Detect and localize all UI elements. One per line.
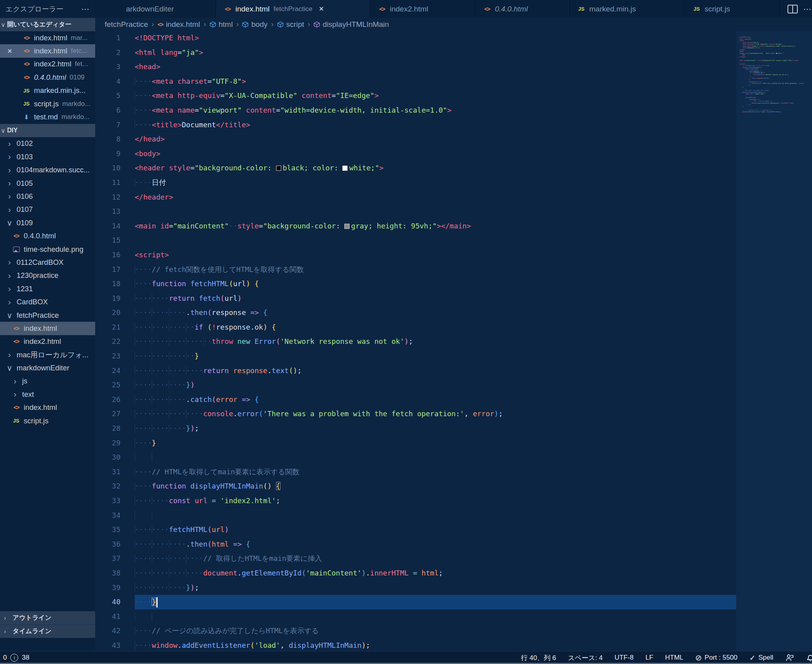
breadcrumb-item-fetchPractice[interactable]: fetchPractice <box>105 20 148 29</box>
code-line-text[interactable]: </header> <box>135 190 812 205</box>
code-line-text[interactable] <box>135 508 812 523</box>
tree-folder-0103[interactable]: ›0103 <box>0 150 95 163</box>
code-row[interactable]: 31····// HTMLを取得してmain要素に表示する関数 <box>95 465 812 479</box>
tree-file-script.js[interactable]: JSscript.js <box>0 414 95 427</box>
line-number[interactable]: 28 <box>95 421 135 436</box>
code-line-text[interactable]: ····} <box>135 436 812 451</box>
code-line-text[interactable]: ····// fetch関数を使用してHTMLを取得する関数 <box>135 262 812 277</box>
code-line-text[interactable]: ················return response.text(); <box>135 364 812 378</box>
line-number[interactable]: 10 <box>95 161 135 175</box>
code-row[interactable]: 29····} <box>95 436 812 451</box>
breadcrumb-item-body[interactable]: body <box>242 20 267 29</box>
line-number[interactable]: 24 <box>95 364 135 378</box>
tree-folder-1230practice[interactable]: ›1230practice <box>0 269 95 282</box>
line-number[interactable]: 19 <box>95 291 135 306</box>
cursor-position[interactable]: 行 40、列 6 <box>521 653 556 662</box>
code-line-text[interactable]: ····日付 <box>135 175 812 190</box>
breadcrumb-item-script[interactable]: script <box>277 20 304 29</box>
code-row[interactable]: 18····function fetchHTML(url) { <box>95 277 812 291</box>
tree-folder-0102[interactable]: ›0102 <box>0 137 95 150</box>
explorer-more-actions-icon[interactable]: ⋯ <box>81 4 90 14</box>
code-line-text[interactable] <box>135 204 812 219</box>
breadcrumb-item-index.html[interactable]: <>index.html <box>158 20 200 29</box>
code-line-text[interactable]: ········fetchHTML(url) <box>135 523 812 537</box>
line-number[interactable]: 5 <box>95 89 135 103</box>
close-icon[interactable]: ✕ <box>7 47 12 55</box>
code-line-text[interactable]: ····function displayHTMLInMain() { <box>135 479 812 494</box>
language-mode[interactable]: HTML <box>665 654 683 662</box>
line-number[interactable]: 6 <box>95 103 135 118</box>
line-number[interactable]: 1 <box>95 31 135 45</box>
open-editor-item[interactable]: ⬇test.mdmarkdo... <box>0 110 95 123</box>
code-line-text[interactable]: ····// HTMLを取得してmain要素に表示する関数 <box>135 465 812 479</box>
code-row[interactable]: 14<main id="mainContent"··style="backgro… <box>95 219 812 234</box>
code-row[interactable]: 30 <box>95 450 812 465</box>
spell-checker[interactable]: ✓ Spell <box>749 653 773 662</box>
line-number[interactable]: 37 <box>95 551 135 566</box>
code-row[interactable]: 42····// ページの読み込みが完了したらHTMLを表示する <box>95 624 812 638</box>
breadcrumb-item-html[interactable]: html <box>210 20 233 29</box>
line-number[interactable]: 38 <box>95 566 135 581</box>
outline-section-header[interactable]: › アウトライン <box>0 611 95 624</box>
code-line-text[interactable]: ············}); <box>135 581 812 595</box>
code-row[interactable]: 34 <box>95 508 812 523</box>
code-row[interactable]: 28············}); <box>95 421 812 436</box>
code-row[interactable]: 10<header style="background-color: black… <box>95 161 812 175</box>
line-number[interactable]: 42 <box>95 624 135 638</box>
line-number[interactable]: 15 <box>95 233 135 248</box>
line-number[interactable]: 18 <box>95 277 135 291</box>
line-number[interactable]: 43 <box>95 638 135 651</box>
tab-marked.min.js[interactable]: JSmarked.min.js <box>570 0 685 18</box>
code-row[interactable]: 16<script> <box>95 248 812 262</box>
code-row[interactable]: 23··············} <box>95 349 812 364</box>
code-line-text[interactable]: ····<meta name="viewport" content="width… <box>135 103 812 118</box>
tree-folder-text[interactable]: ›text <box>0 388 95 401</box>
eol-sequence[interactable]: LF <box>645 654 653 662</box>
line-number[interactable]: 12 <box>95 190 135 205</box>
line-number[interactable]: 41 <box>95 609 135 624</box>
code-row[interactable]: 32····function displayHTMLInMain() { <box>95 479 812 494</box>
tree-folder-0106[interactable]: ›0106 <box>0 190 95 203</box>
code-row[interactable]: 5····<meta http-equiv="X-UA-Compatible" … <box>95 89 812 103</box>
tree-folder-0109[interactable]: ∨0109 <box>0 216 95 229</box>
indentation[interactable]: スペース: 4 <box>568 653 603 662</box>
code-row[interactable]: 17····// fetch関数を使用してHTMLを取得する関数 <box>95 262 812 277</box>
line-number[interactable]: 32 <box>95 479 135 494</box>
tree-folder-0107[interactable]: ›0107 <box>0 203 95 216</box>
tree-folder-mac用ローカルフォ...[interactable]: ›mac用ローカルフォ... <box>0 348 95 361</box>
tree-file-time-schedule.png[interactable]: time-schedule.png <box>0 243 95 256</box>
code-line-text[interactable]: ············}); <box>135 421 812 436</box>
code-line-text[interactable]: ····<title>Document</title> <box>135 118 812 132</box>
code-line-text[interactable]: ············.then(response => { <box>135 306 812 320</box>
code-row[interactable]: 41 <box>95 609 812 624</box>
code-row[interactable]: 6····<meta name="viewport" content="widt… <box>95 103 812 118</box>
code-line-text[interactable]: ····window.addEventListener('load', disp… <box>135 638 812 651</box>
code-line-text[interactable] <box>135 450 812 465</box>
open-editors-section-header[interactable]: ∨ 開いているエディター <box>0 18 95 31</box>
open-editor-item[interactable]: <>index.htmlmar... <box>0 31 95 44</box>
code-row[interactable]: 12</header> <box>95 190 812 205</box>
code-row[interactable]: 7····<title>Document</title> <box>95 118 812 132</box>
code-line-text[interactable]: ········const url = 'index2.html'; <box>135 494 812 508</box>
line-number[interactable]: 20 <box>95 306 135 320</box>
tree-folder-CardBOX[interactable]: ›CardBOX <box>0 295 95 308</box>
code-row[interactable]: 27················console.error('There w… <box>95 407 812 421</box>
code-row[interactable]: 3<head> <box>95 60 812 74</box>
code-line-text[interactable]: ············.then(html => { <box>135 537 812 552</box>
code-line-text[interactable]: ····<meta charset="UTF-8"> <box>135 74 812 89</box>
code-line-text[interactable]: ····function fetchHTML(url) { <box>135 277 812 291</box>
line-number[interactable]: 4 <box>95 74 135 89</box>
code-line-text[interactable]: ············}) <box>135 378 812 392</box>
code-row[interactable]: 19········return fetch(url) <box>95 291 812 306</box>
line-number[interactable]: 16 <box>95 248 135 262</box>
code-line-text[interactable]: ··············} <box>135 349 812 364</box>
code-row[interactable]: 21··············if (!response.ok) { <box>95 320 812 335</box>
code-line-text[interactable]: <main id="mainContent"··style="backgroun… <box>135 219 812 234</box>
open-editor-item[interactable]: ✕<>index.htmlfetc... <box>0 44 95 57</box>
code-line-text[interactable]: ····// ページの読み込みが完了したらHTMLを表示する <box>135 624 812 638</box>
line-number[interactable]: 35 <box>95 523 135 537</box>
line-number[interactable]: 26 <box>95 392 135 407</box>
code-row[interactable]: 8</head> <box>95 132 812 147</box>
tree-folder-js[interactable]: ›js <box>0 375 95 388</box>
code-line-text[interactable]: ················console.error('There was… <box>135 407 812 421</box>
